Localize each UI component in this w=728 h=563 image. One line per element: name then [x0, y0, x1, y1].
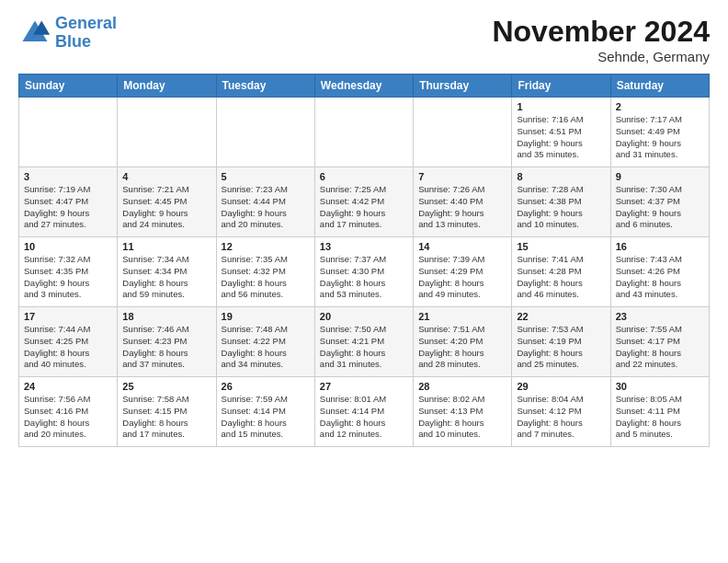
day-info: Sunrise: 7:46 AM Sunset: 4:23 PM Dayligh… [122, 324, 210, 371]
calendar-cell: 1Sunrise: 7:16 AM Sunset: 4:51 PM Daylig… [512, 98, 610, 167]
day-info: Sunrise: 7:53 AM Sunset: 4:19 PM Dayligh… [517, 324, 605, 371]
day-number: 9 [616, 171, 704, 182]
calendar-cell: 8Sunrise: 7:28 AM Sunset: 4:38 PM Daylig… [512, 167, 610, 237]
day-info: Sunrise: 8:02 AM Sunset: 4:13 PM Dayligh… [418, 394, 506, 441]
day-info: Sunrise: 7:23 AM Sunset: 4:44 PM Dayligh… [222, 184, 310, 231]
day-number: 22 [517, 311, 605, 322]
calendar-table: SundayMondayTuesdayWednesdayThursdayFrid… [18, 74, 710, 447]
calendar-cell: 11Sunrise: 7:34 AM Sunset: 4:34 PM Dayli… [118, 237, 216, 307]
calendar-body: 1Sunrise: 7:16 AM Sunset: 4:51 PM Daylig… [19, 98, 710, 447]
day-number: 13 [320, 241, 408, 252]
calendar-cell: 14Sunrise: 7:39 AM Sunset: 4:29 PM Dayli… [414, 237, 512, 307]
weekday-header-monday: Monday [118, 75, 216, 98]
day-number: 4 [122, 171, 210, 182]
calendar-cell: 3Sunrise: 7:19 AM Sunset: 4:47 PM Daylig… [19, 167, 118, 237]
page: General Blue November 2024 Sehnde, Germa… [0, 0, 728, 456]
day-info: Sunrise: 7:50 AM Sunset: 4:21 PM Dayligh… [320, 324, 408, 371]
day-number: 16 [616, 241, 704, 252]
day-number: 8 [517, 171, 605, 182]
title-block: November 2024 Sehnde, Germany [492, 15, 710, 64]
calendar-cell: 13Sunrise: 7:37 AM Sunset: 4:30 PM Dayli… [314, 237, 413, 307]
weekday-header-sunday: Sunday [19, 75, 118, 98]
calendar-cell: 30Sunrise: 8:05 AM Sunset: 4:11 PM Dayli… [610, 377, 709, 447]
calendar-cell: 16Sunrise: 7:43 AM Sunset: 4:26 PM Dayli… [610, 237, 709, 307]
day-info: Sunrise: 7:44 AM Sunset: 4:25 PM Dayligh… [24, 324, 112, 371]
logo: General Blue [18, 15, 117, 52]
calendar-cell: 2Sunrise: 7:17 AM Sunset: 4:49 PM Daylig… [610, 98, 709, 167]
calendar-cell: 6Sunrise: 7:25 AM Sunset: 4:42 PM Daylig… [314, 167, 413, 237]
day-number: 21 [418, 311, 506, 322]
day-info: Sunrise: 7:25 AM Sunset: 4:42 PM Dayligh… [320, 184, 408, 231]
calendar-cell [216, 98, 314, 167]
day-number: 28 [418, 381, 506, 392]
day-number: 29 [517, 381, 605, 392]
day-info: Sunrise: 7:30 AM Sunset: 4:37 PM Dayligh… [616, 184, 704, 231]
day-number: 24 [24, 381, 112, 392]
day-number: 20 [320, 311, 408, 322]
day-info: Sunrise: 7:32 AM Sunset: 4:35 PM Dayligh… [24, 254, 112, 301]
calendar-cell [118, 98, 216, 167]
day-info: Sunrise: 8:01 AM Sunset: 4:14 PM Dayligh… [320, 394, 408, 441]
day-info: Sunrise: 7:21 AM Sunset: 4:45 PM Dayligh… [122, 184, 210, 231]
week-row-3: 10Sunrise: 7:32 AM Sunset: 4:35 PM Dayli… [19, 237, 710, 307]
header: General Blue November 2024 Sehnde, Germa… [18, 15, 710, 64]
day-number: 12 [222, 241, 310, 252]
calendar-cell: 25Sunrise: 7:58 AM Sunset: 4:15 PM Dayli… [118, 377, 216, 447]
week-row-4: 17Sunrise: 7:44 AM Sunset: 4:25 PM Dayli… [19, 307, 710, 377]
logo-text: General Blue [55, 15, 117, 52]
location: Sehnde, Germany [492, 49, 710, 64]
calendar-cell: 21Sunrise: 7:51 AM Sunset: 4:20 PM Dayli… [414, 307, 512, 377]
calendar-cell: 9Sunrise: 7:30 AM Sunset: 4:37 PM Daylig… [610, 167, 709, 237]
day-info: Sunrise: 7:55 AM Sunset: 4:17 PM Dayligh… [616, 324, 704, 371]
calendar-cell [414, 98, 512, 167]
day-number: 26 [222, 381, 310, 392]
calendar-cell: 4Sunrise: 7:21 AM Sunset: 4:45 PM Daylig… [118, 167, 216, 237]
week-row-5: 24Sunrise: 7:56 AM Sunset: 4:16 PM Dayli… [19, 377, 710, 447]
calendar-cell: 26Sunrise: 7:59 AM Sunset: 4:14 PM Dayli… [216, 377, 314, 447]
logo-line2: Blue [55, 32, 91, 51]
day-number: 27 [320, 381, 408, 392]
day-info: Sunrise: 7:41 AM Sunset: 4:28 PM Dayligh… [517, 254, 605, 301]
calendar-cell: 19Sunrise: 7:48 AM Sunset: 4:22 PM Dayli… [216, 307, 314, 377]
day-info: Sunrise: 7:59 AM Sunset: 4:14 PM Dayligh… [222, 394, 310, 441]
day-number: 25 [122, 381, 210, 392]
weekday-header-friday: Friday [512, 75, 610, 98]
weekday-header-tuesday: Tuesday [216, 75, 314, 98]
day-number: 6 [320, 171, 408, 182]
day-number: 14 [418, 241, 506, 252]
month-title: November 2024 [492, 15, 710, 49]
day-number: 19 [222, 311, 310, 322]
day-number: 3 [24, 171, 112, 182]
calendar-cell: 7Sunrise: 7:26 AM Sunset: 4:40 PM Daylig… [414, 167, 512, 237]
day-number: 10 [24, 241, 112, 252]
day-info: Sunrise: 8:04 AM Sunset: 4:12 PM Dayligh… [517, 394, 605, 441]
calendar-cell [19, 98, 118, 167]
day-number: 5 [222, 171, 310, 182]
logo-line1: General [55, 14, 117, 32]
day-number: 1 [517, 101, 605, 112]
day-number: 23 [616, 311, 704, 322]
day-info: Sunrise: 7:17 AM Sunset: 4:49 PM Dayligh… [616, 114, 704, 161]
day-info: Sunrise: 7:37 AM Sunset: 4:30 PM Dayligh… [320, 254, 408, 301]
week-row-1: 1Sunrise: 7:16 AM Sunset: 4:51 PM Daylig… [19, 98, 710, 167]
calendar-cell: 20Sunrise: 7:50 AM Sunset: 4:21 PM Dayli… [314, 307, 413, 377]
calendar-cell: 17Sunrise: 7:44 AM Sunset: 4:25 PM Dayli… [19, 307, 118, 377]
day-info: Sunrise: 7:58 AM Sunset: 4:15 PM Dayligh… [122, 394, 210, 441]
day-info: Sunrise: 7:16 AM Sunset: 4:51 PM Dayligh… [517, 114, 605, 161]
calendar-cell: 15Sunrise: 7:41 AM Sunset: 4:28 PM Dayli… [512, 237, 610, 307]
calendar-cell [314, 98, 413, 167]
calendar-cell: 29Sunrise: 8:04 AM Sunset: 4:12 PM Dayli… [512, 377, 610, 447]
weekday-header-wednesday: Wednesday [314, 75, 413, 98]
day-number: 11 [122, 241, 210, 252]
calendar-cell: 28Sunrise: 8:02 AM Sunset: 4:13 PM Dayli… [414, 377, 512, 447]
day-info: Sunrise: 7:48 AM Sunset: 4:22 PM Dayligh… [222, 324, 310, 371]
day-info: Sunrise: 7:28 AM Sunset: 4:38 PM Dayligh… [517, 184, 605, 231]
logo-icon [18, 17, 51, 50]
day-info: Sunrise: 7:51 AM Sunset: 4:20 PM Dayligh… [418, 324, 506, 371]
weekday-header-thursday: Thursday [414, 75, 512, 98]
calendar-cell: 27Sunrise: 8:01 AM Sunset: 4:14 PM Dayli… [314, 377, 413, 447]
day-number: 17 [24, 311, 112, 322]
day-info: Sunrise: 7:26 AM Sunset: 4:40 PM Dayligh… [418, 184, 506, 231]
calendar-cell: 24Sunrise: 7:56 AM Sunset: 4:16 PM Dayli… [19, 377, 118, 447]
day-info: Sunrise: 7:56 AM Sunset: 4:16 PM Dayligh… [24, 394, 112, 441]
